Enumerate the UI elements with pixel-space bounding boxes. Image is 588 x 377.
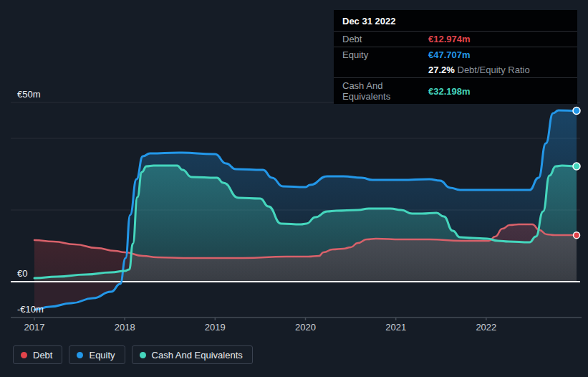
tooltip-equity-label: Equity xyxy=(342,49,428,60)
cash-end-marker[interactable] xyxy=(573,163,580,170)
tooltip-row-ratio: 27.2% Debt/Equity Ratio xyxy=(334,62,577,78)
tooltip-cash-value: €32.198m xyxy=(428,86,471,97)
equity-end-marker[interactable] xyxy=(573,107,580,114)
legend-item-equity[interactable]: Equity xyxy=(69,345,125,364)
tooltip-debt-value: €12.974m xyxy=(428,34,471,44)
legend: Debt Equity Cash And Equivalents xyxy=(13,345,253,364)
y-axis-label: €50m xyxy=(17,89,41,100)
chart-panel: €50m€0-€10m 201720182019202020212022 Dec… xyxy=(0,0,588,377)
tooltip: Dec 31 2022 Debt €12.974m Equity €47.707… xyxy=(334,10,577,104)
legend-cash-label: Cash And Equivalents xyxy=(152,350,243,361)
tooltip-debt-label: Debt xyxy=(342,34,428,44)
tooltip-ratio: 27.2% Debt/Equity Ratio xyxy=(428,65,530,75)
tooltip-cash-label: Cash And Equivalents xyxy=(342,80,428,102)
x-axis-label-2018: 2018 xyxy=(115,322,135,333)
x-axis-label-2017: 2017 xyxy=(24,322,45,333)
x-axis-label-2021: 2021 xyxy=(385,322,406,333)
tooltip-ratio-caption: Debt/Equity Ratio xyxy=(455,65,530,75)
legend-item-cash[interactable]: Cash And Equivalents xyxy=(132,345,253,364)
tooltip-row-equity: Equity €47.707m xyxy=(334,47,577,62)
x-axis-label-2019: 2019 xyxy=(205,322,226,333)
tooltip-row-debt: Debt €12.974m xyxy=(334,32,577,47)
tooltip-ratio-value: 27.2% xyxy=(428,65,455,75)
tooltip-equity-value: €47.707m xyxy=(428,49,471,60)
x-axis-label-2020: 2020 xyxy=(295,322,316,333)
tooltip-date: Dec 31 2022 xyxy=(334,10,577,32)
legend-item-debt[interactable]: Debt xyxy=(13,345,62,364)
debt-end-marker[interactable] xyxy=(574,232,580,239)
legend-equity-label: Equity xyxy=(89,350,115,361)
y-axis-label: -€10m xyxy=(17,304,44,315)
debt-dot-icon xyxy=(21,352,27,358)
tooltip-row-cash: Cash And Equivalents €32.198m xyxy=(334,78,577,104)
legend-debt-label: Debt xyxy=(33,350,52,361)
equity-dot-icon xyxy=(77,352,83,358)
cash-dot-icon xyxy=(140,352,146,358)
y-axis-label: €0 xyxy=(17,268,27,279)
x-axis-label-2022: 2022 xyxy=(476,322,496,333)
